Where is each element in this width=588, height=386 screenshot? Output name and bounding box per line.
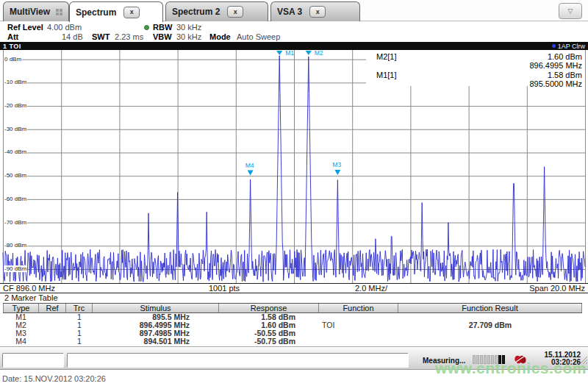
tab-bar: MultiView Spectrum x Spectrum 2 x VSA 3 … [0,0,588,21]
marker-table-cell [39,313,66,321]
x-axis-info-bar: CF 896.0 MHz 1001 pts 2.0 MHz/ Span 20.0… [0,283,588,293]
y-axis-label: -70 dBm [4,219,27,226]
marker-table-cell [398,329,582,337]
ref-level-label[interactable]: Ref Level [7,23,43,32]
marker-table-cell [319,337,398,346]
mode-value[interactable]: Auto Sweep [237,32,280,41]
diagram-title: 1 TOI [3,43,21,50]
vbw-label[interactable]: VBW [153,32,172,41]
tab-spectrum2[interactable]: Spectrum 2 x [165,1,268,21]
marker-table-cell: M3 [3,329,39,337]
marker-table-row: M41894.501 MHz-50.75 dBm [3,337,582,346]
marker-m3-icon[interactable] [334,170,340,175]
marker-table-header-ref: Ref [39,304,66,312]
marker-info-name: M2[1] [376,52,397,61]
y-axis-label: -10 dBm [4,79,27,85]
marker-table-header-trc: Trc [66,304,93,312]
tab-vsa3-close-button[interactable]: x [309,6,326,18]
rbw-coupled-indicator-dot [144,25,149,30]
marker-table-row: M11895.5 MHz1.58 dBm [3,313,582,321]
tab-vsa3-label: VSA 3 [277,7,302,17]
trace-legend[interactable]: 1AP Clrw [552,43,585,50]
marker-m1-label: M1 [285,50,294,57]
y-axis-label: -20 dBm [4,102,27,109]
rbw-value[interactable]: 30 kHz [176,23,201,32]
marker-table-cell [39,329,66,337]
marker-table-cell: -50.75 dBm [219,337,319,346]
status-field-left [2,353,64,368]
marker-table-cell [39,337,66,346]
rbw-label[interactable]: RBW [153,23,172,32]
marker-m1-icon[interactable] [276,51,282,55]
marker-table-row: M31897.4985 MHz-50.55 dBm [3,329,582,337]
marker-table-cell: M4 [3,337,39,346]
vbw-value[interactable]: 30 kHz [176,32,201,41]
spectrum-analyzer-window: MultiView Spectrum x Spectrum 2 x VSA 3 … [0,0,588,386]
tab-spectrum-close-button[interactable]: x [123,7,140,18]
marker-table-cell [398,337,582,346]
att-label[interactable]: Att [7,32,18,41]
y-axis-label: -90 dBm [4,265,27,272]
marker-table-cell: M2 [3,321,39,329]
y-axis-label: 0 dBm [4,56,22,62]
marker-table-cell [398,313,582,321]
marker-info-level: 1.60 dBm [548,52,582,61]
marker-table-cell [319,329,398,337]
center-frequency-label[interactable]: CF 896.0 MHz [3,284,55,293]
marker-info-field[interactable]: M2[1] 1.60 dBm 896.4995 MHz M1[1] 1.58 d… [368,51,584,86]
marker-table-header-function-result: Function Result [398,304,582,312]
sweep-points-label: 1001 pts [184,284,265,293]
tab-spectrum2-label: Spectrum 2 [172,7,220,17]
tab-spectrum[interactable]: Spectrum x [69,1,163,22]
ref-level-value[interactable]: 4.00 dBm [47,23,82,32]
marker-table-header-type: Type [3,304,39,312]
diagram-title-bar: 1 TOI 1AP Clrw [0,42,588,50]
multiview-grid-icon [56,5,62,18]
marker-m3-label: M3 [332,161,341,168]
marker-table-cell: 27.709 dBm [398,321,582,329]
marker-m2-label: M2 [315,50,323,57]
y-axis-label: -40 dBm [4,149,27,156]
marker-table-cell: M1 [3,313,39,321]
trace-color-dot-icon [552,44,556,48]
y-axis-label: -50 dBm [4,172,27,179]
marker-table-header-response: Response [219,304,319,312]
marker-table-cell: 1.58 dBm [219,313,319,321]
marker-table-row: M21896.4995 MHz1.60 dBmTOI27.709 dBm [3,321,582,329]
per-division-label: 2.0 MHz/ [331,284,412,293]
marker-table-cell: 1 [66,329,93,337]
tab-list-dropdown-button[interactable]: ▽ [559,3,582,19]
span-label[interactable]: Span 20.0 MHz [529,284,585,293]
marker-table-cell: 1 [66,313,93,321]
marker-m2-icon[interactable] [306,51,312,55]
tab-vsa3[interactable]: VSA 3 x [270,1,360,21]
swt-value[interactable]: 2.23 ms [115,32,143,41]
marker-table-header-stimulus: Stimulus [93,304,219,312]
marker-table-cell [39,321,66,329]
marker-info-freq: 895.5000 MHz [529,79,582,88]
y-axis-label: -30 dBm [4,126,27,132]
marker-table-cell: 896.4995 MHz [93,321,219,329]
tab-multiview-label: MultiView [10,7,50,17]
marker-table-cell: TOI [319,321,398,329]
marker-table-cell: 1.60 dBm [219,321,319,329]
marker-table-cell: 1 [66,337,93,346]
marker-info-name: M1[1] [376,71,397,79]
marker-table-cell [319,313,398,321]
screenshot-date-text: Date: 15.NOV.2012 03:20:26 [2,374,106,383]
tab-spectrum2-close-button[interactable]: x [227,6,243,18]
marker-m4-icon[interactable] [248,171,254,176]
mode-label[interactable]: Mode [209,32,231,41]
tab-spectrum-label: Spectrum [76,7,116,18]
chevron-down-icon: ▽ [568,7,573,15]
marker-m4-label: M4 [245,162,254,169]
tab-multiview[interactable]: MultiView [3,1,69,21]
marker-table-title: 2 Marker Table [4,293,58,303]
spectrum-plot[interactable]: M1M2M3M4 0 dBm-10 dBm-20 dBm-30 dBm-40 d… [0,50,588,283]
att-value[interactable]: 14 dB [62,32,83,41]
swt-label[interactable]: SWT [92,32,110,41]
watermark-text: www.cntronics.com [435,360,587,377]
marker-table-cell: 895.5 MHz [93,313,219,321]
trace-legend-label: 1AP Clrw [558,43,585,50]
marker-table-cell: 894.501 MHz [93,337,219,346]
